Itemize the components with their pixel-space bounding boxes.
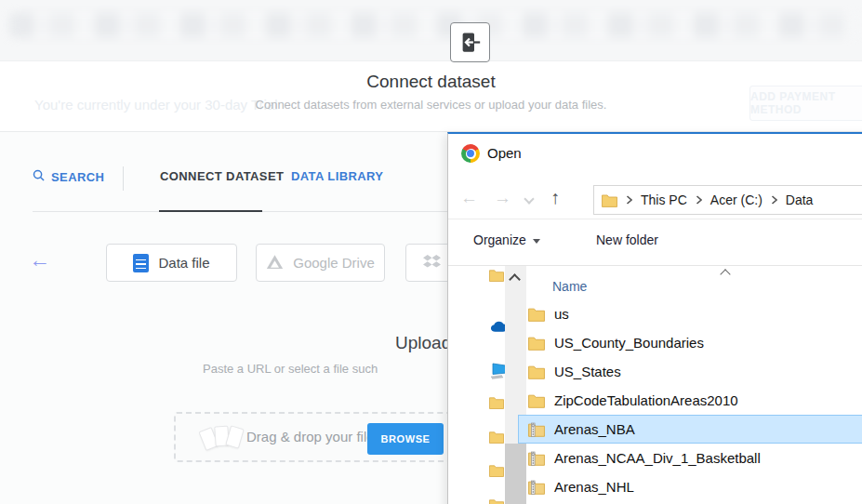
open-file-dialog: Open ← → ↑ This PC Acer (C:) Data Organi… <box>447 132 862 504</box>
chevron-right-icon <box>696 192 702 208</box>
files-fan-icon <box>198 420 246 458</box>
file-name: us <box>554 306 569 322</box>
data-file-label: Data file <box>158 255 209 271</box>
folder-icon <box>602 193 617 207</box>
this-pc-icon[interactable] <box>489 362 505 384</box>
file-list: us US_County_Boundaries US_States <box>518 299 862 501</box>
organize-label: Organize <box>473 232 526 247</box>
folder-icon[interactable] <box>489 464 504 481</box>
dialog-titlebar[interactable]: Open <box>448 134 862 173</box>
file-row[interactable]: US_States <box>518 357 862 386</box>
nav-forward-button[interactable]: → <box>494 189 511 206</box>
caret-down-icon <box>533 239 540 244</box>
file-row[interactable]: ZipCodeTabulationAreas2010 <box>518 386 862 415</box>
zip-folder-icon <box>528 480 545 495</box>
file-name: Arenas_NCAA_Div_1_Basketball <box>554 450 761 466</box>
chevron-right-icon <box>626 192 632 208</box>
nav-back-button[interactable]: ← <box>460 189 478 206</box>
file-row[interactable]: Arenas_NCAA_Div_1_Basketball <box>518 444 862 472</box>
file-name: Arenas_NHL <box>554 479 634 495</box>
tab-data-library[interactable]: DATA LIBRARY <box>291 169 383 183</box>
dialog-toolbar: Organize New folder <box>448 219 862 265</box>
google-drive-icon <box>266 254 284 272</box>
column-header-name[interactable]: Name <box>552 279 587 294</box>
nav-up-button[interactable]: ↑ <box>550 188 560 206</box>
chevron-right-icon <box>771 192 777 208</box>
chrome-icon <box>461 144 480 163</box>
zip-folder-icon <box>528 422 545 437</box>
folder-icon <box>528 307 545 322</box>
blurred-toolbar-content <box>9 12 855 38</box>
blurred-app-header <box>0 0 862 61</box>
file-name: ZipCodeTabulationAreas2010 <box>554 392 738 408</box>
file-name: Arenas_NBA <box>554 421 635 437</box>
file-name: US_County_Boundaries <box>554 335 704 351</box>
page-title: Connect dataset <box>0 72 862 92</box>
back-button[interactable]: ← <box>29 249 50 271</box>
active-tab-underline <box>159 210 262 212</box>
sort-ascending-icon <box>722 269 731 276</box>
data-file-button[interactable]: Data file <box>106 244 237 282</box>
address-bar[interactable]: This PC Acer (C:) Data <box>593 185 862 215</box>
document-icon <box>133 254 149 272</box>
folder-icon <box>528 393 545 408</box>
onedrive-icon[interactable] <box>489 320 505 337</box>
nav-history-chevron-icon[interactable] <box>525 195 533 203</box>
folder-icon[interactable] <box>489 269 504 285</box>
file-name: US_States <box>554 364 621 379</box>
tab-connect-dataset[interactable]: CONNECT DATASET <box>160 169 284 183</box>
page-subtitle: Connect datasets from external services … <box>0 98 862 112</box>
navigation-pane <box>448 266 505 504</box>
new-folder-button[interactable]: New folder <box>596 232 658 247</box>
dropzone-label: Drag & drop your file <box>246 429 375 444</box>
folder-icon <box>528 336 545 351</box>
file-row[interactable]: US_County_Boundaries <box>518 328 862 357</box>
file-row-selected[interactable]: Arenas_NBA <box>518 415 862 444</box>
browse-button[interactable]: BROWSE <box>367 423 444 455</box>
search-icon <box>33 169 45 184</box>
file-row[interactable]: Arenas_NHL <box>518 472 862 501</box>
scroll-up-icon[interactable] <box>511 273 519 282</box>
dialog-title: Open <box>487 145 522 161</box>
upload-hint: Paste a URL or select a file such <box>203 362 378 376</box>
folder-icon <box>528 365 545 379</box>
tab-search[interactable]: SEARCH <box>33 169 104 184</box>
tab-search-label: SEARCH <box>51 170 104 184</box>
dialog-nav-bar: ← → ↑ This PC Acer (C:) Data <box>448 173 862 219</box>
google-drive-label: Google Drive <box>293 255 375 271</box>
dropbox-icon <box>423 254 441 272</box>
tab-divider <box>123 166 124 191</box>
organize-menu-button[interactable]: Organize <box>473 232 540 247</box>
folder-icon[interactable] <box>489 396 504 413</box>
connect-dataset-icon <box>450 22 490 62</box>
upload-heading: Upload <box>395 333 451 353</box>
folder-icon[interactable] <box>489 498 504 504</box>
breadcrumb-this-pc[interactable]: This PC <box>641 192 687 207</box>
screen: You're currently under your 30-day Trial… <box>0 0 862 504</box>
breadcrumb-data-folder[interactable]: Data <box>786 192 814 207</box>
breadcrumb-drive[interactable]: Acer (C:) <box>710 192 763 207</box>
dialog-body: Name us US_County_Boundaries <box>448 266 862 504</box>
zip-folder-icon <box>528 451 545 466</box>
google-drive-button[interactable]: Google Drive <box>256 244 385 282</box>
folder-icon[interactable] <box>489 431 504 447</box>
file-row[interactable]: us <box>518 299 862 328</box>
